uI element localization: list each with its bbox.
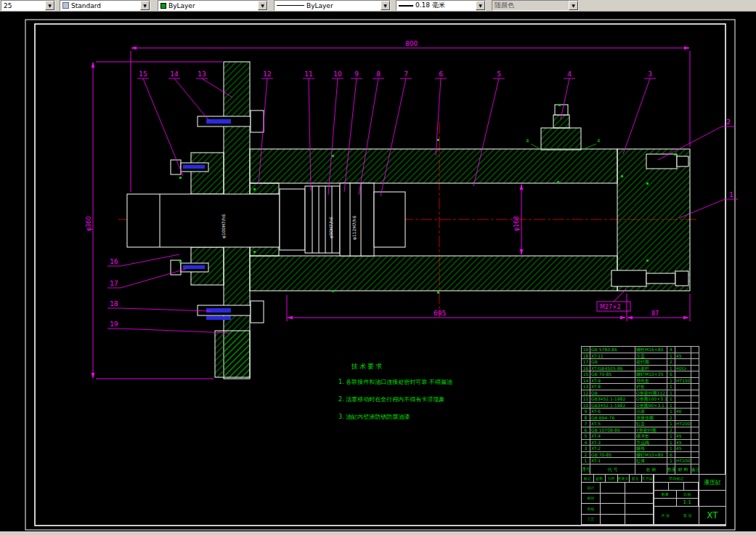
- bom-row[interactable]: 8 GB B94-76 弹簧垫圈 2: [582, 415, 699, 422]
- bom-code: GB3452.1-1982: [590, 396, 635, 403]
- chevron-down-icon[interactable]: ▼: [45, 1, 54, 10]
- date-cell: [625, 515, 654, 525]
- bom-row[interactable]: 12 GB O形密封圈112×3 1: [582, 390, 699, 397]
- lineweight-combo[interactable]: 0.18 毫米 ▼: [396, 0, 486, 11]
- revision-header-cell: 签名: [630, 475, 642, 482]
- bom-material: [675, 390, 691, 397]
- revision-header-cell: 年月日: [642, 475, 654, 482]
- bom-code: XT-3: [590, 440, 635, 446]
- bom-name: 螺钉M10×35: [635, 371, 667, 378]
- bom-row[interactable]: 17 GB 密封圈 2: [582, 359, 699, 366]
- bom-row[interactable]: 10 GB3452.1-1982 O形圈90×3.1 1: [582, 403, 699, 409]
- stage-label: 阶段标记: [654, 475, 699, 483]
- bom-code: GB3452.1-1982: [590, 403, 635, 409]
- date-cell: [625, 504, 654, 514]
- bom-row[interactable]: 2 GB 70-85 螺钉M10×80 6: [582, 452, 699, 459]
- bom-qty: 1: [667, 458, 675, 464]
- chevron-down-icon[interactable]: ▼: [381, 1, 390, 10]
- balloon-4: 4: [567, 71, 572, 78]
- linetype-combo[interactable]: ByLayer ▼: [274, 0, 391, 11]
- balloon-9: 9: [354, 71, 359, 78]
- bom-material: [675, 415, 691, 422]
- bom-row[interactable]: 14 XT-9 导向套 1 HT150: [582, 378, 699, 385]
- bom-table[interactable]: 19 GB 5780-86 螺栓M16×80 4 18 XT-11 压盖 1 4…: [581, 346, 699, 475]
- bom-remark: [691, 359, 699, 366]
- dim-800: 800: [405, 40, 418, 47]
- bom-qty: 1: [667, 440, 675, 446]
- model-space-canvas[interactable]: 800 695 87 φ360 φ168 M27×2 φ100H7/h6 φ90…: [0, 12, 756, 531]
- bom-row[interactable]: 4 XT-3 节流阀 1 45: [582, 440, 699, 446]
- bom-no: 17: [582, 359, 590, 366]
- bom-row[interactable]: 9 XT-6 活塞 1 40: [582, 409, 699, 415]
- bom-qty: 1: [667, 378, 675, 385]
- bom-no: 10: [582, 403, 590, 409]
- style-combo[interactable]: Standard ▼: [60, 0, 150, 11]
- bom-remark: [691, 458, 699, 464]
- plotstyle-combo: 随颜色 ▼: [492, 0, 579, 11]
- bom-code: XT-5: [590, 421, 635, 427]
- linetype-preview-icon: [277, 5, 304, 6]
- revision-header-cell: 分区: [606, 475, 618, 482]
- note-line: 2. 活塞移动时在全行程内不得有卡滞现象: [338, 395, 505, 403]
- bom-row[interactable]: 7 XT-5 缸盖 1 HT200: [582, 421, 699, 427]
- bom-no: 14: [582, 378, 590, 385]
- bom-row[interactable]: 19 GB 5780-86 螺栓M16×80 4: [582, 347, 699, 353]
- bom-qty: 1: [667, 353, 675, 360]
- bom-remark: [691, 427, 699, 434]
- bom-code: GB 70-85: [590, 452, 635, 459]
- bom-qty: 1: [667, 403, 675, 409]
- balloon-1: 1: [729, 191, 733, 198]
- role-label: 审核: [582, 504, 601, 514]
- bom-no: 15: [582, 371, 590, 378]
- bom-no: 6: [582, 427, 590, 434]
- balloon-19: 19: [110, 321, 118, 328]
- bom-row[interactable]: 6 GB 10708-89 Y形密封圈 2: [582, 427, 699, 434]
- bom-qty: 6: [667, 371, 675, 378]
- bom-row[interactable]: 5 XT-4 缓冲套 1 45: [582, 433, 699, 440]
- balloon-16: 16: [110, 258, 118, 265]
- revision-header-cell: 更改文件号: [618, 475, 630, 482]
- role-label: 工艺: [582, 515, 601, 525]
- dim-plug-thread: M27×2: [600, 304, 621, 310]
- bom-row[interactable]: 18 XT-11 压盖 1 45: [582, 353, 699, 360]
- dim-bore-dia: φ168: [513, 216, 520, 231]
- bom-qty: 1: [667, 384, 675, 390]
- layer-combo[interactable]: 25 ▼: [1, 0, 55, 11]
- chevron-down-icon[interactable]: ▼: [258, 1, 267, 10]
- bom-remark: [691, 433, 699, 440]
- bom-row[interactable]: 1 XT-1 缸体 1 HT200: [582, 458, 699, 464]
- bom-no: 2: [582, 452, 590, 459]
- bom-material: 40: [675, 409, 691, 415]
- bom-row[interactable]: 11 GB3452.1-1982 O形圈100×3.1 1: [582, 396, 699, 403]
- stage-cells: [654, 483, 699, 491]
- bom-row[interactable]: 13 XT-8 衬套 1: [582, 384, 699, 390]
- technical-notes[interactable]: 技术要求 1. 各联接件和油口连接处密封可靠 不得漏油 2. 活塞移动时在全行程…: [338, 362, 505, 430]
- bom-qty: 4: [667, 347, 675, 353]
- scale-value: 1:1: [677, 499, 699, 506]
- balloon-11: 11: [304, 71, 312, 78]
- bom-name: 缸体: [635, 458, 667, 464]
- bom-material: HT200: [675, 421, 691, 427]
- bom-qty: 2: [667, 359, 675, 366]
- bom-name: O形密封圈112×3: [635, 390, 667, 397]
- bom-no: 4: [582, 440, 590, 446]
- note-line: 1. 各联接件和油口连接处密封可靠 不得漏油: [338, 378, 505, 386]
- color-combo[interactable]: ByLayer ▼: [158, 0, 268, 11]
- bom-code: XT-2: [590, 446, 635, 452]
- chevron-down-icon[interactable]: ▼: [140, 1, 150, 10]
- bom-row[interactable]: 15 GB 70-85 螺钉M10×35 6: [582, 371, 699, 378]
- bom-no: 8: [582, 415, 590, 422]
- linetype-combo-value: ByLayer: [306, 2, 333, 9]
- title-block[interactable]: 标记处数分区更改文件号签名年月日 设计 校对: [581, 474, 726, 525]
- notes-title: 技术要求: [351, 362, 505, 371]
- bom-material: [675, 403, 691, 409]
- signature-cell: [601, 515, 625, 525]
- signature-cell: [601, 504, 625, 514]
- style-icon: [62, 2, 69, 9]
- bom-remark: [691, 390, 699, 397]
- bom-no: 7: [582, 421, 590, 427]
- sheet-total: 共 张: [661, 513, 670, 518]
- chevron-down-icon[interactable]: ▼: [476, 1, 485, 10]
- bom-row[interactable]: 16 XT/GB4505-86 活塞杆 1 40Cr: [582, 366, 699, 372]
- bom-row[interactable]: 3 XT-2 螺母 1 45: [582, 446, 699, 452]
